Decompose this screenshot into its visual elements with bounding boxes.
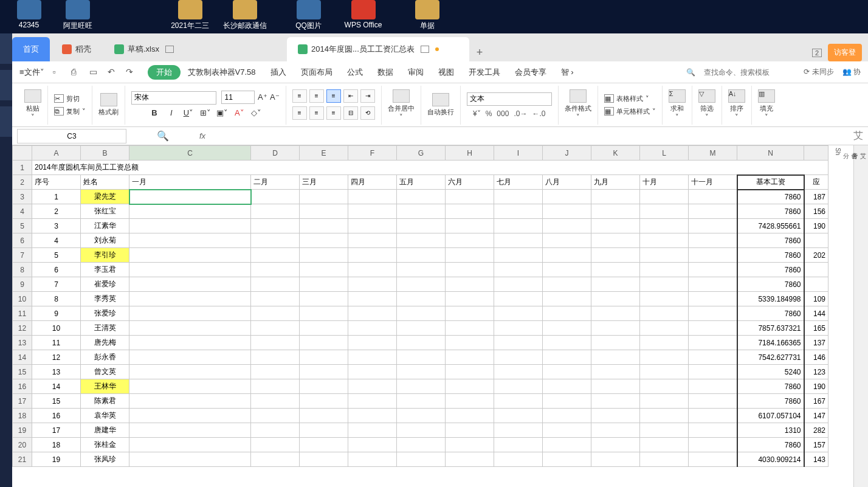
cell[interactable]: 张桂金 <box>81 438 129 452</box>
file-menu[interactable]: ≡ 文件 ˅ <box>19 67 44 78</box>
cell[interactable] <box>300 423 348 438</box>
cell[interactable] <box>300 263 348 277</box>
col-header-L[interactable]: L <box>640 146 689 161</box>
cell[interactable]: 张红宝 <box>81 204 129 219</box>
align-middle-button[interactable]: ≡ <box>309 89 324 103</box>
cell[interactable] <box>348 365 397 379</box>
cell[interactable] <box>129 190 251 204</box>
paste-button[interactable]: 粘贴˅ <box>24 89 41 121</box>
cell[interactable]: 10 <box>32 321 81 336</box>
cell[interactable] <box>300 365 348 379</box>
cell[interactable] <box>348 248 397 263</box>
cell[interactable] <box>804 233 828 248</box>
cell[interactable] <box>494 263 543 277</box>
cell[interactable] <box>397 336 446 350</box>
cell[interactable] <box>640 394 689 409</box>
cell[interactable] <box>348 321 397 336</box>
cell[interactable] <box>494 350 543 365</box>
row-header[interactable]: 21 <box>13 452 32 467</box>
menu-begin[interactable]: 开始 <box>148 65 181 80</box>
cell[interactable] <box>640 438 689 452</box>
cell[interactable]: 三月 <box>300 175 348 190</box>
cell[interactable]: 137 <box>804 336 828 350</box>
cell[interactable]: 四月 <box>348 175 397 190</box>
cell[interactable]: 7860 <box>737 379 804 394</box>
cell[interactable] <box>129 336 251 350</box>
cell[interactable] <box>591 394 640 409</box>
cell[interactable]: 曾文英 <box>81 365 129 379</box>
login-button[interactable]: 访客登 <box>828 44 862 61</box>
cell[interactable] <box>251 438 300 452</box>
italic-button[interactable]: I <box>165 108 177 119</box>
cell[interactable] <box>689 233 737 248</box>
cell[interactable] <box>543 321 591 336</box>
copy-button[interactable]: ⧉复制˅ <box>54 107 86 116</box>
cell[interactable] <box>251 350 300 365</box>
cell[interactable] <box>494 409 543 423</box>
cell[interactable] <box>129 219 251 233</box>
cell[interactable]: 7860 <box>737 248 804 263</box>
cell[interactable]: 彭永香 <box>81 350 129 365</box>
cell[interactable] <box>591 233 640 248</box>
menu-member[interactable]: 会员专享 <box>508 64 554 80</box>
cell[interactable] <box>543 350 591 365</box>
cell[interactable]: 2014年度圆机车间员工工资总额 <box>32 161 828 175</box>
cell[interactable] <box>689 379 737 394</box>
cell[interactable]: 202 <box>804 248 828 263</box>
cell[interactable] <box>251 219 300 233</box>
cell[interactable]: 李秀英 <box>81 292 129 306</box>
cell[interactable] <box>543 423 591 438</box>
cell[interactable] <box>251 365 300 379</box>
dec-dec-button[interactable]: ←.0 <box>532 109 545 118</box>
align-top-button[interactable]: ≡ <box>292 89 307 103</box>
cell[interactable]: 7860 <box>737 263 804 277</box>
cell[interactable] <box>348 350 397 365</box>
cell[interactable] <box>446 409 494 423</box>
cell[interactable] <box>543 248 591 263</box>
new-tab-button[interactable]: + <box>470 43 489 61</box>
cell[interactable]: 282 <box>804 423 828 438</box>
cell[interactable] <box>446 277 494 292</box>
col-header-O[interactable] <box>804 146 828 161</box>
cell[interactable] <box>591 336 640 350</box>
cell[interactable] <box>689 277 737 292</box>
table-style-button[interactable]: ▦表格样式˅ <box>604 94 656 103</box>
cell[interactable]: 应 <box>804 175 828 190</box>
undo-icon[interactable]: ↶ <box>108 67 119 78</box>
cell[interactable] <box>446 452 494 467</box>
row-header[interactable]: 1 <box>13 161 32 175</box>
cell[interactable] <box>591 292 640 306</box>
cell[interactable] <box>494 438 543 452</box>
cell[interactable] <box>348 379 397 394</box>
menu-insert[interactable]: 插入 <box>263 64 294 80</box>
cell[interactable]: 146 <box>804 350 828 365</box>
font-color-button[interactable]: A˅ <box>233 108 246 119</box>
format-brush-button[interactable]: 格式刷 <box>98 93 119 117</box>
cell[interactable] <box>251 321 300 336</box>
border-button[interactable]: ⊞˅ <box>199 108 212 119</box>
cell[interactable]: 7428.955661 <box>737 219 804 233</box>
tab-file-2014[interactable]: 2014年度圆...员工工资汇总表 <box>287 37 469 61</box>
cell[interactable] <box>348 409 397 423</box>
underline-button[interactable]: U˅ <box>182 108 195 119</box>
cell[interactable] <box>494 219 543 233</box>
align-center-button[interactable]: ≡ <box>309 106 324 120</box>
cell[interactable]: 崔爱珍 <box>81 277 129 292</box>
tab-docer[interactable]: 稻壳 <box>51 37 102 61</box>
cell[interactable]: 序号 <box>32 175 81 190</box>
cell[interactable] <box>348 306 397 321</box>
cell[interactable] <box>543 438 591 452</box>
command-search[interactable] <box>704 68 795 77</box>
menu-more[interactable]: 智 › <box>554 64 581 80</box>
cell[interactable]: 七月 <box>494 175 543 190</box>
row-header[interactable]: 3 <box>13 190 32 204</box>
cell[interactable]: 7860 <box>737 204 804 219</box>
cell[interactable]: 157 <box>804 438 828 452</box>
cell[interactable] <box>640 219 689 233</box>
cell[interactable] <box>129 263 251 277</box>
cell[interactable] <box>804 263 828 277</box>
cell[interactable] <box>543 277 591 292</box>
cell[interactable] <box>591 423 640 438</box>
col-header-H[interactable]: H <box>446 146 494 161</box>
col-header-K[interactable]: K <box>591 146 640 161</box>
